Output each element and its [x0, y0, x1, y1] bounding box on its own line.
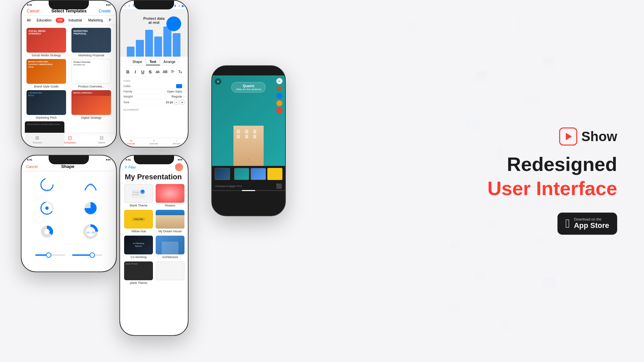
- lowercase-btn[interactable]: ab: [154, 68, 161, 75]
- shape-pie[interactable]: 50%: [70, 198, 111, 218]
- phone-notch: [228, 66, 269, 75]
- right-content: Show Redesigned User Interface  Downloa…: [487, 127, 617, 235]
- home-indicator: [212, 190, 285, 191]
- forward-btn[interactable]: ›: [127, 3, 131, 8]
- templates-grid: SOCIAL MEDIASTRATEGY Social Media Strate…: [21, 25, 116, 147]
- play-btn[interactable]: ▶: [182, 4, 184, 8]
- template-digital[interactable]: DIGITAL STRATEGY Digital Strategy: [70, 90, 113, 119]
- theme-coworking[interactable]: Co-WorkingSpaces Co-Working: [124, 236, 153, 259]
- weight-value[interactable]: Regular: [171, 95, 182, 98]
- shape-semi[interactable]: [27, 222, 67, 242]
- shape-dial[interactable]: [27, 198, 67, 218]
- shape-arc-partial[interactable]: 50%: [27, 175, 67, 195]
- size-value: 15 px: [166, 101, 173, 104]
- slide-thumbnails: 2 3: [212, 166, 285, 182]
- tv-icon[interactable]: ⬛: [276, 183, 282, 189]
- main-slide[interactable]: ✕ ✏ Quartz Villas for the destined: [212, 75, 285, 166]
- tagline-redesigned: Redesigned: [487, 154, 617, 175]
- template-label: Social Media Strategy: [32, 54, 61, 57]
- tab-animate[interactable]: ⊳ Animate: [150, 139, 158, 145]
- add-btn[interactable]: +: [178, 4, 180, 8]
- presentation-title: My Presentation: [120, 173, 188, 184]
- svg-text:40%: 40%: [88, 184, 93, 187]
- shape-slider-1[interactable]: [27, 245, 111, 265]
- shape-arc-open[interactable]: 40%: [70, 175, 111, 195]
- phone-notch: [134, 156, 174, 164]
- share-btn[interactable]: ⬆: [174, 4, 176, 8]
- underline-btn[interactable]: U: [139, 68, 147, 75]
- italic-btn[interactable]: I: [131, 68, 139, 75]
- tab-hr[interactable]: HR: [56, 18, 64, 23]
- template-social[interactable]: SOCIAL MEDIASTRATEGY Social Media Strate…: [25, 28, 68, 57]
- cancel-button[interactable]: Cancel: [27, 9, 39, 13]
- template-label: Marketing Proposal: [78, 54, 104, 57]
- brush-btn[interactable]: [276, 85, 282, 92]
- template-product[interactable]: Product OverviewDescription text Product…: [70, 59, 113, 88]
- template-pitch[interactable]: ● MARKETINGPITCH Marketing Pitch: [25, 90, 68, 119]
- tab-text[interactable]: Text: [146, 59, 160, 65]
- theme-more[interactable]: ···: [156, 261, 184, 285]
- template-marketing-prop[interactable]: MARKETINGPROPOSAL Marketing Proposal: [70, 28, 113, 57]
- color-swatch[interactable]: [176, 84, 182, 88]
- user-avatar[interactable]: [175, 163, 183, 171]
- themes-grid: Protect dataat rest Blank Theme Flowers …: [120, 184, 188, 285]
- blue-dot[interactable]: [276, 93, 282, 99]
- weight-row: Weight Regular ›: [123, 94, 184, 99]
- format-tabs: Shape Text Arrange: [120, 57, 188, 67]
- slide-thumb-3[interactable]: [251, 168, 266, 180]
- create-button[interactable]: Create: [99, 9, 111, 13]
- shape-ring[interactable]: 10 : 10: [70, 222, 111, 242]
- family-value[interactable]: Open Sans: [167, 90, 182, 93]
- slide-thumb-4[interactable]: [267, 168, 283, 180]
- status-time: 9:41: [27, 158, 32, 161]
- nav-slides[interactable]: ⊟ Slides: [98, 135, 105, 144]
- slide-thumb-1[interactable]: [215, 168, 230, 180]
- font-properties: FONT Color › Family Open Sans › Weight R…: [120, 77, 188, 107]
- tab-industrial[interactable]: Industrial: [66, 18, 84, 23]
- red-dot[interactable]: [276, 108, 282, 114]
- app-store-name: App Store: [574, 221, 609, 230]
- themes-icon: ⊞: [35, 135, 39, 140]
- templates-icon: ⊡: [68, 135, 72, 140]
- nav-themes[interactable]: ⊞ Themes: [32, 135, 42, 144]
- slide-title: Quartz: [236, 84, 261, 88]
- close-button[interactable]: ✕: [215, 78, 221, 85]
- tab-arrange[interactable]: Arrange: [160, 59, 179, 65]
- template-label: Digital Strategy: [81, 116, 101, 119]
- orange-dot[interactable]: [276, 100, 282, 106]
- editor-canvas[interactable]: Protect data at rest: [120, 10, 188, 57]
- theme-architecture[interactable]: Architecture: [156, 236, 184, 259]
- template-brand[interactable]: BRAND GUIDELINESCHOOSE A MEMORABLETITLE …: [25, 59, 68, 88]
- subscript-btn[interactable]: T₂: [176, 68, 184, 75]
- tab-marketing[interactable]: Marketing: [86, 18, 105, 23]
- uppercase-btn[interactable]: AB: [161, 68, 169, 75]
- chevron-icon: ›: [183, 84, 184, 88]
- download-on-label: Download on the: [574, 217, 609, 221]
- theme-dream-house[interactable]: My Dream House: [156, 210, 184, 233]
- theme-plank[interactable]: plank Theme plank Theme: [124, 261, 153, 285]
- app-store-button[interactable]:  Download on the App Store: [557, 213, 617, 235]
- theme-blank[interactable]: Protect dataat rest Blank Theme: [124, 184, 153, 207]
- nav-templates[interactable]: ⊡ Templates: [64, 135, 76, 144]
- bold-btn[interactable]: B: [124, 68, 131, 75]
- category-tabs: All Education HR Industrial Marketing P: [21, 16, 116, 25]
- tab-education[interactable]: Education: [35, 18, 53, 23]
- filter-button[interactable]: Filter: [128, 166, 136, 169]
- tab-format[interactable]: A₁ Format: [127, 139, 135, 145]
- phone-notch: [134, 1, 174, 9]
- strike-btn[interactable]: S: [147, 68, 154, 75]
- tab-shape[interactable]: Shape: [129, 59, 146, 65]
- tab-all[interactable]: All: [25, 18, 33, 23]
- tab-review[interactable]: ✓ Review: [173, 139, 180, 145]
- theme-flowers[interactable]: Flowers: [156, 184, 184, 207]
- cancel-button[interactable]: Cancel: [26, 165, 38, 169]
- increase-size-btn[interactable]: +: [180, 100, 184, 105]
- tab-more[interactable]: P: [107, 18, 113, 23]
- status-icons: ●●●: [106, 158, 111, 161]
- decrease-size-btn[interactable]: −: [174, 100, 179, 105]
- pencil-btn[interactable]: ✏: [276, 78, 282, 84]
- superscript-btn[interactable]: T²: [169, 68, 176, 75]
- slide-thumb-2[interactable]: [234, 168, 250, 180]
- back-btn[interactable]: ‹: [123, 3, 127, 8]
- theme-yellow-hue[interactable]: YELLOW Yellow Hue: [124, 210, 153, 233]
